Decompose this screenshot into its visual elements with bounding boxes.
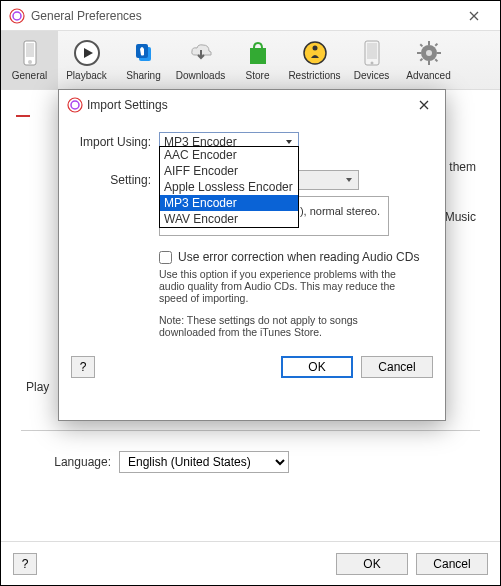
language-label: Language: (21, 455, 111, 469)
encoder-option-wav[interactable]: WAV Encoder (160, 211, 298, 227)
language-select[interactable]: English (United States) (119, 451, 289, 473)
devices-icon (358, 39, 386, 67)
general-icon (16, 39, 44, 67)
svg-point-13 (370, 61, 373, 64)
encoder-option-aac[interactable]: AAC Encoder (160, 147, 298, 163)
dialog-button-bar: ? OK Cancel (59, 348, 445, 386)
help-button[interactable]: ? (13, 553, 37, 575)
cut-fragment (16, 115, 30, 117)
encoder-option-aiff[interactable]: AIFF Encoder (160, 163, 298, 179)
restrictions-icon (301, 39, 329, 67)
error-correction-checkbox[interactable] (159, 251, 172, 264)
svg-rect-17 (428, 61, 430, 65)
svg-rect-23 (419, 57, 423, 61)
svg-point-24 (68, 98, 82, 112)
tab-label: Restrictions (288, 70, 340, 82)
downloads-icon (187, 39, 215, 67)
tab-store[interactable]: Store (229, 31, 286, 89)
tab-label: Downloads (176, 70, 225, 82)
encoder-dropdown: AAC Encoder AIFF Encoder Apple Lossless … (159, 146, 299, 228)
tab-restrictions[interactable]: Restrictions (286, 31, 343, 89)
svg-rect-16 (428, 41, 430, 45)
divider (21, 430, 480, 431)
error-correction-label: Use error correction when reading Audio … (178, 250, 419, 264)
tab-label: General (12, 70, 48, 82)
gear-icon (415, 39, 443, 67)
svg-rect-18 (417, 52, 421, 54)
window-button-bar: ? OK Cancel (1, 541, 500, 585)
svg-rect-20 (419, 43, 423, 47)
svg-rect-3 (26, 43, 34, 57)
ok-button[interactable]: OK (336, 553, 408, 575)
tab-label: Sharing (126, 70, 160, 82)
tab-playback[interactable]: Playback (58, 31, 115, 89)
window-titlebar: General Preferences (1, 1, 500, 31)
dialog-titlebar: Import Settings (59, 90, 445, 120)
dialog-body: Import Using: MP3 Encoder AAC Encoder AI… (59, 120, 445, 348)
tab-advanced[interactable]: Advanced (400, 31, 457, 89)
itunes-icon (67, 97, 83, 113)
store-note: Note: These settings do not apply to son… (159, 314, 409, 338)
encoder-option-lossless[interactable]: Apple Lossless Encoder (160, 179, 298, 195)
tab-label: Store (246, 70, 270, 82)
tab-label: Devices (354, 70, 390, 82)
store-icon (244, 39, 272, 67)
playback-icon (73, 39, 101, 67)
itunes-icon (9, 8, 25, 24)
svg-rect-8 (250, 48, 266, 64)
truncated-label: Play (26, 380, 49, 394)
window-title: General Preferences (31, 9, 456, 23)
sharing-icon (130, 39, 158, 67)
chevron-down-icon (344, 175, 354, 185)
tab-label: Playback (66, 70, 107, 82)
close-icon[interactable] (411, 93, 437, 117)
svg-point-9 (304, 42, 326, 64)
svg-rect-21 (434, 58, 438, 62)
tab-sharing[interactable]: Sharing (115, 31, 172, 89)
svg-rect-12 (367, 43, 377, 59)
tab-label: Advanced (406, 70, 450, 82)
svg-rect-19 (437, 52, 441, 54)
import-using-label: Import Using: (75, 132, 151, 149)
cancel-button[interactable]: Cancel (361, 356, 433, 378)
svg-point-0 (10, 9, 24, 23)
tab-devices[interactable]: Devices (343, 31, 400, 89)
encoder-option-mp3[interactable]: MP3 Encoder (160, 195, 298, 211)
setting-label: Setting: (75, 170, 151, 187)
tab-downloads[interactable]: Downloads (172, 31, 229, 89)
svg-point-4 (28, 60, 32, 64)
help-button[interactable]: ? (71, 356, 95, 378)
close-icon[interactable] (456, 4, 492, 28)
tab-general[interactable]: General (1, 31, 58, 89)
svg-point-10 (312, 45, 317, 50)
preferences-tabs: General Playback Sharing Downloads Store… (1, 31, 500, 90)
dialog-title: Import Settings (87, 98, 411, 112)
svg-point-15 (426, 50, 432, 56)
error-correction-hint: Use this option if you experience proble… (159, 268, 409, 304)
cancel-button[interactable]: Cancel (416, 553, 488, 575)
svg-rect-22 (434, 42, 438, 46)
import-settings-dialog: Import Settings Import Using: MP3 Encode… (58, 89, 446, 421)
ok-button[interactable]: OK (281, 356, 353, 378)
